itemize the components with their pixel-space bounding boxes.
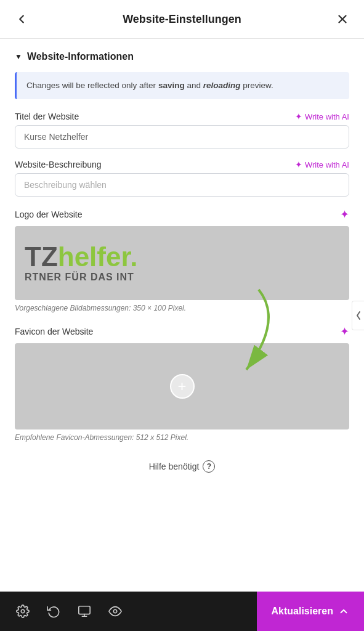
update-button-label: Aktualisieren xyxy=(272,606,333,617)
favicon-upload-box[interactable]: + xyxy=(15,343,349,429)
bottom-toolbar: Aktualisieren xyxy=(0,592,364,631)
section-title: Website-Informationen xyxy=(27,51,134,62)
svg-point-7 xyxy=(113,609,117,613)
page-title: Website-Einstellungen xyxy=(123,13,241,26)
title-label: Titel der Website xyxy=(15,112,79,121)
favicon-field-header: Favicon der Website ✦ xyxy=(15,325,349,338)
logo-preview: TZhelfer. RTNER FÜR DAS INT xyxy=(15,226,349,300)
logo-field-header: Logo der Website ✦ xyxy=(15,208,349,221)
favicon-hint: Empfohlene Favicon-Abmessungen: 512 x 51… xyxy=(15,433,349,442)
logo-label: Logo der Website xyxy=(15,210,82,219)
close-button[interactable] xyxy=(333,10,352,28)
history-button[interactable] xyxy=(38,598,69,624)
logo-hint: Vorgeschlagene Bildabmessungen: 350 × 10… xyxy=(15,304,349,312)
update-button[interactable]: Aktualisieren xyxy=(257,592,364,631)
description-input[interactable] xyxy=(15,173,349,197)
description-write-ai-label: Write with AI xyxy=(305,160,349,169)
logo-helfer-text: helfer. xyxy=(58,243,138,271)
title-write-ai-button[interactable]: ✦ Write with AI xyxy=(295,112,349,121)
help-section: Hilfe benötigt ? xyxy=(15,460,349,473)
section-heading: ▼ Website-Informationen xyxy=(15,51,349,62)
preview-button[interactable] xyxy=(100,598,131,624)
svg-point-3 xyxy=(21,609,25,613)
title-field-header: Titel der Website ✦ Write with AI xyxy=(15,112,349,121)
collapse-arrow-icon: ▼ xyxy=(15,52,22,61)
logo-image-box[interactable]: TZhelfer. RTNER FÜR DAS INT xyxy=(15,226,349,300)
logo-tz-text: TZ xyxy=(25,243,58,271)
info-box: Changes will be reflected only after sav… xyxy=(15,72,349,99)
help-text: Hilfe benötigt ? xyxy=(15,460,349,473)
description-field-header: Website-Beschreibung ✦ Write with AI xyxy=(15,160,349,169)
side-collapse-tab[interactable] xyxy=(352,301,364,330)
device-button[interactable] xyxy=(69,598,100,624)
description-write-ai-button[interactable]: ✦ Write with AI xyxy=(295,160,349,169)
logo-subtext: RTNER FÜR DAS INT xyxy=(25,272,134,283)
add-favicon-icon: + xyxy=(170,374,195,399)
settings-button[interactable] xyxy=(7,598,38,624)
info-text: Changes will be reflected only after sav… xyxy=(26,81,273,90)
logo-line1: TZhelfer. xyxy=(25,243,137,271)
sparkle-icon-2: ✦ xyxy=(295,160,302,169)
description-label: Website-Beschreibung xyxy=(15,160,102,169)
help-icon: ? xyxy=(203,460,215,473)
title-write-ai-label: Write with AI xyxy=(305,112,349,121)
main-content: ▼ Website-Informationen Changes will be … xyxy=(0,39,364,547)
favicon-sparkle-icon: ✦ xyxy=(340,325,349,338)
sparkle-icon: ✦ xyxy=(295,112,302,121)
title-input[interactable] xyxy=(15,125,349,149)
favicon-label: Favicon der Website xyxy=(15,327,93,336)
header: Website-Einstellungen xyxy=(0,0,364,39)
svg-rect-4 xyxy=(79,606,90,614)
help-label: Hilfe benötigt xyxy=(149,462,200,471)
logo-sparkle-icon: ✦ xyxy=(340,208,349,221)
back-button[interactable] xyxy=(12,10,31,28)
bottom-icons-group xyxy=(0,598,138,624)
